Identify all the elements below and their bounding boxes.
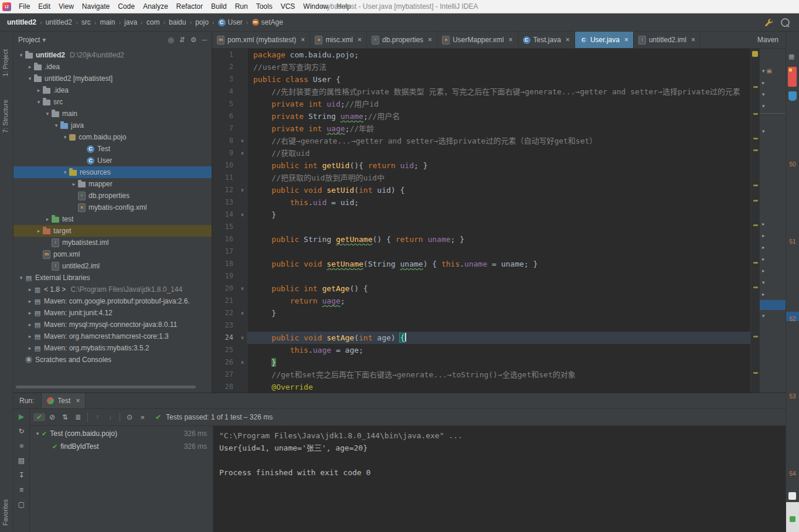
close-icon[interactable]: × bbox=[428, 36, 432, 44]
code-line-5[interactable]: 5 private int uid;//用户id bbox=[212, 98, 750, 110]
line-number[interactable]: 22 bbox=[212, 307, 238, 319]
line-number[interactable]: 9 bbox=[212, 147, 238, 159]
tree-item-maven-com-google-protobuf-protobuf-java-2-6[interactable]: ▸▤Maven: com.google.protobuf:protobuf-ja… bbox=[13, 295, 212, 307]
tree-toggle-icon[interactable]: ▾ bbox=[760, 100, 786, 112]
tree-item-external-libraries[interactable]: ▾▤External Libraries bbox=[13, 272, 212, 284]
tree-toggle-icon[interactable]: ▾ bbox=[17, 52, 25, 58]
line-number[interactable]: 5 bbox=[212, 98, 238, 110]
locate-icon[interactable]: ◎ bbox=[168, 36, 174, 44]
line-number[interactable]: 14 bbox=[212, 209, 238, 221]
code-line-12[interactable]: 12∨ public void setUid(int uid) { bbox=[212, 184, 750, 196]
line-number[interactable]: 11 bbox=[212, 172, 238, 184]
warning-mark-icon[interactable] bbox=[753, 200, 758, 202]
warning-mark-icon[interactable] bbox=[753, 149, 758, 151]
menu-vcs[interactable]: VCS bbox=[277, 0, 300, 13]
editor-tab-misc-xml[interactable]: xmisc.xml× bbox=[310, 32, 367, 48]
breadcrumb-item-setage[interactable]: msetAge bbox=[252, 18, 283, 26]
line-number[interactable]: 13 bbox=[212, 196, 238, 209]
tree-item-maven-org-mybatis-mybatis-3-5-2[interactable]: ▸▤Maven: org.mybatis:mybatis:3.5.2 bbox=[13, 342, 212, 354]
tree-toggle-icon[interactable]: ▾ bbox=[52, 122, 60, 128]
scroll-down-icon[interactable]: ↧ bbox=[18, 471, 24, 479]
tree-toggle-icon[interactable]: ▾ bbox=[17, 275, 25, 281]
code-line-10[interactable]: 10 public int getUid(){ return uid; } bbox=[212, 159, 750, 172]
line-number[interactable]: 23 bbox=[212, 319, 238, 332]
fold-marker-icon[interactable]: ∧ bbox=[238, 356, 247, 369]
close-icon[interactable]: × bbox=[358, 36, 362, 44]
line-number[interactable]: 21 bbox=[212, 295, 238, 307]
tree-item-untitled2[interactable]: ▾untitled2D:\20jk4\untitled2 bbox=[13, 49, 212, 61]
line-number[interactable]: 27 bbox=[212, 369, 238, 381]
tree-toggle-icon[interactable]: ▸ bbox=[26, 64, 34, 70]
collapse-icon[interactable]: ⇵ bbox=[179, 36, 185, 44]
code-line-18[interactable]: 18 public void setUname(String uname) { … bbox=[212, 258, 750, 270]
shield-icon[interactable] bbox=[788, 91, 797, 101]
tree-toggle-icon[interactable]: ▸ bbox=[70, 181, 78, 187]
line-number[interactable]: 7 bbox=[212, 122, 238, 135]
run-console[interactable]: "C:\Program Files\Java\jdk1.8.0_144\bin\… bbox=[213, 426, 786, 532]
chevron-down-icon[interactable]: ▾ bbox=[42, 36, 46, 44]
code-line-19[interactable]: 19 bbox=[212, 270, 750, 282]
menu-tools[interactable]: Tools bbox=[252, 0, 277, 13]
code-line-26[interactable]: 26∧ } bbox=[212, 356, 750, 369]
tool-button-project[interactable]: 1: Project bbox=[2, 49, 9, 76]
warning-mark-icon[interactable] bbox=[753, 287, 758, 288]
tree-toggle-icon[interactable]: ▸ bbox=[35, 228, 43, 234]
code-line-25[interactable]: 25 this.uage = age; bbox=[212, 344, 750, 356]
code-line-21[interactable]: 21 return uage; bbox=[212, 295, 750, 307]
editor-tab-usermapper-xml[interactable]: xUserMapper.xml× bbox=[437, 32, 518, 48]
breadcrumb-item-user[interactable]: CUser bbox=[218, 18, 243, 26]
code-line-20[interactable]: 20∨ public int getAge() { bbox=[212, 282, 750, 295]
code-line-11[interactable]: 11 //把获取的uid放到声明的uid中 bbox=[212, 172, 750, 184]
menu-code[interactable]: Code bbox=[114, 0, 139, 13]
code-line-6[interactable]: 6 private String uname;//用户名 bbox=[212, 110, 750, 122]
tree-item-user[interactable]: CUser bbox=[13, 155, 212, 166]
line-number[interactable]: 26 bbox=[212, 356, 238, 369]
line-number[interactable]: 25 bbox=[212, 344, 238, 356]
menu-analyze[interactable]: Analyze bbox=[139, 0, 172, 13]
close-icon[interactable]: × bbox=[691, 36, 695, 44]
code-line-3[interactable]: 3public class User { bbox=[212, 73, 750, 86]
tree-item-mapper[interactable]: ▸mapper bbox=[13, 178, 212, 190]
editor-error-stripe[interactable] bbox=[750, 49, 759, 393]
fold-marker-icon[interactable]: ∧ bbox=[238, 209, 247, 221]
menu-view[interactable]: View bbox=[55, 0, 78, 13]
line-number[interactable]: 6 bbox=[212, 110, 238, 122]
scrollbar-thumb[interactable] bbox=[16, 386, 196, 388]
project-horizontal-scrollbar[interactable] bbox=[13, 384, 212, 393]
tree-item-src[interactable]: ▾src bbox=[13, 96, 212, 108]
editor[interactable]: 1package com.baidu.pojo;2//user是写查询方法3pu… bbox=[212, 49, 750, 393]
tree-toggle-icon[interactable]: ▸ bbox=[26, 345, 34, 351]
next-icon[interactable]: ↓ bbox=[104, 413, 116, 421]
warning-mark-icon[interactable] bbox=[753, 113, 758, 115]
tree-toggle-icon[interactable]: ▸ bbox=[26, 298, 34, 304]
tree-item-scratches-and-consoles[interactable]: SScratches and Consoles bbox=[13, 354, 212, 366]
tree-toggle-icon[interactable]: ▸ bbox=[760, 230, 786, 241]
tree-toggle-icon[interactable]: ▾ bbox=[33, 431, 42, 436]
ignore-icon[interactable]: ⊘ bbox=[46, 413, 58, 421]
tree-item-main[interactable]: ▾main bbox=[13, 108, 212, 120]
tree-item-untitled2-mybatistest[interactable]: ▾untitled2 [mybatistest] bbox=[13, 73, 212, 84]
editor-tab-db-properties[interactable]: ≡db.properties× bbox=[367, 32, 437, 48]
stop-icon[interactable]: ■ bbox=[19, 442, 23, 450]
settings-icon[interactable]: ≡ bbox=[19, 486, 23, 494]
warning-mark-icon[interactable] bbox=[753, 86, 758, 88]
tree-item-resources[interactable]: ▾resources bbox=[13, 166, 212, 178]
breadcrumb-item-untitled2[interactable]: untitled2 bbox=[46, 18, 72, 26]
line-number[interactable]: 12 bbox=[212, 184, 238, 196]
breadcrumb-item-src[interactable]: src bbox=[81, 18, 91, 26]
filter-passed-icon[interactable]: ✔ bbox=[33, 413, 45, 421]
warning-mark-icon[interactable] bbox=[753, 224, 758, 226]
close-icon[interactable]: × bbox=[301, 36, 305, 44]
rerun-icon[interactable]: ↻ bbox=[18, 427, 24, 435]
menu-run[interactable]: Run bbox=[231, 0, 252, 13]
dump-icon[interactable]: ▤ bbox=[18, 456, 25, 465]
code-line-8[interactable]: 8∨ //右键→generate...→getter and setter→选择… bbox=[212, 135, 750, 147]
hide-icon[interactable]: ─ bbox=[202, 36, 207, 44]
code-line-17[interactable]: 17 bbox=[212, 245, 750, 258]
tree-toggle-icon[interactable]: ▸ bbox=[760, 77, 786, 88]
tree-item-1-8[interactable]: ▸▥< 1.8 >C:\Program Files\Java\jdk1.8.0_… bbox=[13, 284, 212, 295]
run-tab-test[interactable]: Test × bbox=[41, 393, 86, 408]
editor-tab-test-java[interactable]: CTest.java× bbox=[518, 32, 575, 48]
tree-toggle-icon[interactable]: ▾ bbox=[35, 99, 43, 105]
breadcrumb-item-untitled2[interactable]: untitled2 bbox=[7, 18, 36, 26]
